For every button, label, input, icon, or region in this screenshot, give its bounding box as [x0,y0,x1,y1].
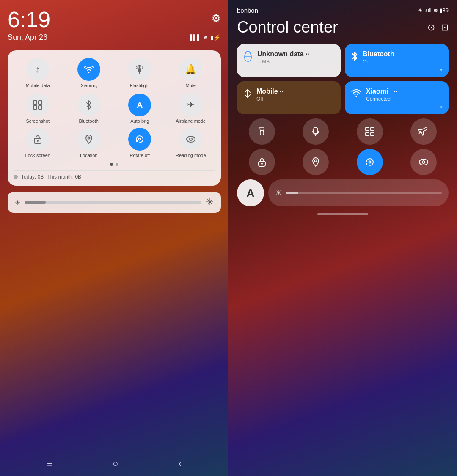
bluetooth-tile[interactable]: Bluetooth On ▾ [345,44,449,77]
quick-toggle-lock-screen[interactable]: Lock screen [14,128,62,158]
wifi-tile-title: Xiaomi_ ·· [366,87,398,95]
bluetooth-tile-icon [351,51,358,64]
bluetooth-chevron: ▾ [440,67,443,73]
svg-point-7 [88,137,90,139]
month-data: This month: 0B [47,174,81,180]
small-airplane[interactable] [399,118,449,145]
left-date: Sun, Apr 26 [8,33,47,42]
mobile-data-label: Mobile data [26,83,50,88]
location-icon[interactable] [77,128,100,151]
wifi-status-icon: ≋ [433,7,438,14]
dot-1 [110,163,113,166]
quick-toggle-bluetooth[interactable]: Bluetooth [65,94,113,124]
data-tile-sub: -- MB [257,59,309,65]
svg-rect-2 [39,101,42,104]
quick-toggles-grid: ↕ Mobile data Xiaomi3 [14,58,215,158]
left-status-bar: 6:19 ⚙ [8,8,221,30]
signal-status-icon: .ull [424,7,432,14]
bluetooth-status-icon: ✴ [418,7,423,14]
reading-mode-label: Reading mode [176,153,206,158]
svg-rect-12 [260,131,264,135]
bluetooth-icon[interactable] [77,94,100,116]
home-indicator[interactable] [317,213,368,215]
wifi-icon: ≋ [203,34,208,41]
mobile-tile-sub: Off [256,96,284,102]
cc-edit-icon[interactable]: ⊡ [441,22,449,33]
quick-toggle-mute[interactable]: 🔔 Mute [167,58,215,89]
mute-icon[interactable]: 🔔 [179,58,202,81]
quick-toggle-location[interactable]: Location [65,128,113,158]
small-rotate-icon[interactable] [357,149,383,175]
quick-toggle-airplane[interactable]: ✈ Airplane mode [167,94,215,124]
svg-point-10 [190,138,192,140]
location-label: Location [80,153,98,158]
small-airplane-icon[interactable] [410,118,437,145]
svg-point-22 [422,161,425,163]
svg-rect-16 [371,132,374,136]
flashlight-icon[interactable] [128,58,151,81]
nav-back-icon[interactable]: ‹ [179,458,182,469]
small-screenshot[interactable] [345,118,395,145]
right-phone: bonbon ✴ .ull ≋ ▮89 Control center ⊙ ⊡ [228,0,457,476]
svg-point-8 [139,138,141,140]
wifi-tile[interactable]: Xiaomi_ ·· Connected ▾ [345,81,449,114]
quick-toggle-auto-brightness[interactable]: A Auto brig [116,94,164,124]
mobile-tile[interactable]: Mobile ·· Off [237,81,341,114]
data-tile-icon [243,50,253,65]
nav-home-icon[interactable]: ○ [113,458,118,469]
quick-toggle-mobile-data[interactable]: ↕ Mobile data [14,58,62,89]
wifi-toggle-icon[interactable] [77,58,100,81]
mobile-data-icon[interactable]: ↕ [26,58,49,81]
right-brightness-track[interactable] [286,192,442,194]
small-location-icon[interactable] [303,149,329,175]
wifi-tile-icon [351,89,362,100]
small-screenshot-icon[interactable] [357,118,383,145]
brightness-fill [25,201,46,204]
lock-screen-icon[interactable] [26,128,49,151]
small-lock[interactable] [237,149,287,175]
screenshot-icon[interactable] [26,94,49,116]
small-location[interactable] [291,149,341,175]
bluetooth-label: Bluetooth [79,118,99,124]
left-date-row: Sun, Apr 26 ▐▌▌ ≋ ▮⚡ [8,33,221,42]
gear-icon[interactable]: ⚙ [211,12,221,25]
data-tile-title: Unknown data ·· [257,50,309,58]
small-mute-icon[interactable] [303,118,329,145]
small-reading-icon[interactable] [410,149,437,175]
quick-toggle-reading-mode[interactable]: Reading mode [167,128,215,158]
airplane-icon[interactable]: ✈ [179,94,202,116]
brightness-track[interactable] [25,201,201,204]
small-lock-icon[interactable] [249,149,275,175]
auto-brightness-icon[interactable]: A [128,94,151,116]
battery-icon: ▮⚡ [210,34,221,41]
right-brightness-slider[interactable]: ☀ [268,179,449,206]
rotate-icon[interactable] [128,128,151,151]
brightness-low-icon: ☀ [14,198,20,206]
brightness-high-icon: ☀ [206,197,214,208]
small-icons-row2 [237,149,449,175]
quick-toggle-wifi[interactable]: Xiaomi3 [65,58,113,89]
carrier-label: bonbon [237,7,258,14]
brightness-slider-card[interactable]: ☀ ☀ [8,192,221,213]
svg-rect-14 [371,127,374,131]
quick-toggle-flashlight[interactable]: Flashlight [116,58,164,89]
flashlight-label: Flashlight [130,83,150,88]
quick-toggle-screenshot[interactable]: Screenshot [14,94,62,124]
small-mute[interactable] [291,118,341,145]
svg-point-18 [261,163,263,165]
quick-toggle-rotate[interactable]: Rotate off [116,128,164,158]
reading-mode-icon[interactable] [179,128,202,151]
nav-menu-icon[interactable]: ≡ [47,458,52,469]
cc-settings-icon[interactable]: ⊙ [427,22,435,33]
auto-brightness-button[interactable]: A [237,179,264,206]
data-tile[interactable]: Unknown data ·· -- MB [237,44,341,77]
big-tiles-row2: Mobile ·· Off [237,81,449,114]
small-rotate[interactable] [345,149,395,175]
small-flashlight-icon[interactable] [249,118,275,145]
left-time: 6:19 [8,8,50,30]
right-brightness-fill [286,192,298,194]
small-reading[interactable] [399,149,449,175]
right-status-icons: ✴ .ull ≋ ▮89 [418,7,449,14]
small-flashlight[interactable] [237,118,287,145]
svg-point-19 [315,160,317,162]
